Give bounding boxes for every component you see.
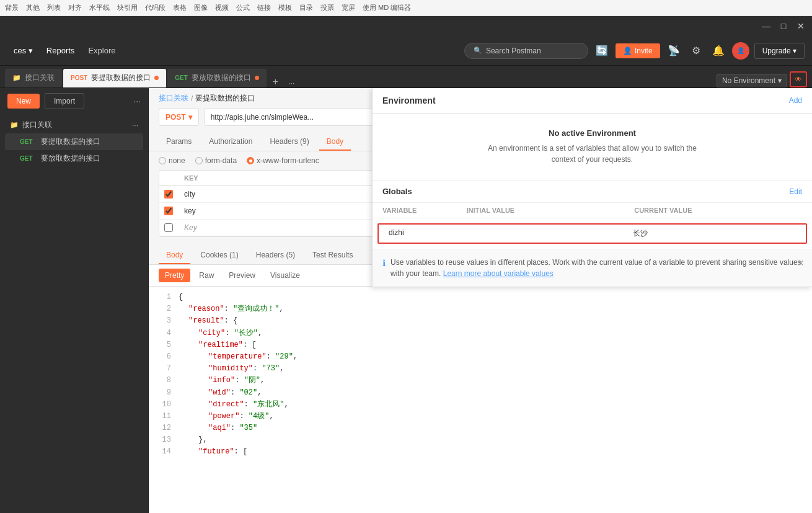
toolbar-item[interactable]: 图像 [194, 3, 208, 12]
toolbar-item[interactable]: 其他 [26, 3, 40, 12]
info-close-button[interactable]: ✕ [797, 257, 805, 270]
tab-unsaved-dot [154, 76, 159, 80]
folder-icon: 📁 [10, 121, 19, 129]
search-icon: 🔍 [474, 47, 482, 55]
env-add-link[interactable]: Add [789, 96, 802, 105]
toolbar-item[interactable]: 块引用 [117, 3, 138, 12]
toolbar-item[interactable]: 目录 [299, 3, 313, 12]
sidebar-request-item-1[interactable]: GET 要提取数据的接口 [5, 133, 143, 150]
maximize-button[interactable]: □ [777, 20, 790, 32]
json-line-12: 12 "aqi": "35" [159, 422, 802, 434]
bell-icon[interactable]: 🔔 [710, 42, 727, 60]
tab-authorization[interactable]: Authorization [201, 133, 260, 151]
environment-selector[interactable]: No Environment ▾ [717, 74, 787, 87]
sidebar-more-button[interactable]: ··· [133, 96, 141, 106]
response-tab-headers[interactable]: Headers (5) [249, 247, 302, 264]
search-bar[interactable]: 🔍 Search Postman [464, 43, 588, 59]
get-tab-label: 要放取数据的接口 [192, 73, 251, 83]
toolbar-item[interactable]: 投票 [320, 3, 334, 12]
postman-header: ces ▾ Reports Explore 🔍 Search Postman 🔄… [0, 36, 812, 66]
toolbar-item[interactable]: 水平线 [89, 3, 110, 12]
globals-col-variable: VARIABLE [382, 207, 466, 214]
toolbar-item[interactable]: 列表 [47, 3, 61, 12]
environment-panel: Environment Add No active Environment An… [372, 88, 812, 287]
collection-name: 接口关联 [22, 120, 52, 130]
subtab-visualize[interactable]: Visualize [264, 269, 306, 282]
toolbar-item[interactable]: 使用 MD 编辑器 [363, 3, 411, 12]
tab-body[interactable]: Body [319, 133, 351, 151]
json-line-5: 5 "realtime": [ [159, 339, 802, 351]
close-button[interactable]: ✕ [795, 20, 807, 32]
subtab-pretty[interactable]: Pretty [159, 269, 190, 282]
response-tab-test-results[interactable]: Test Results [305, 247, 360, 264]
subtab-preview[interactable]: Preview [223, 269, 262, 282]
tab-params[interactable]: Params [159, 133, 199, 151]
settings-icon[interactable]: ⚙ [687, 42, 705, 60]
globals-var-name: dizhi [389, 228, 470, 239]
kv-header-check [164, 174, 184, 182]
globals-col-initial: INITIAL VALUE [466, 207, 634, 214]
kv-checkbox-1[interactable] [164, 190, 173, 199]
collection-item[interactable]: 📁 接口关联 ··· [5, 117, 143, 133]
toolbar-item[interactable]: 表格 [173, 3, 187, 12]
toolbar-item[interactable]: 代码段 [145, 3, 165, 12]
breadcrumb-collection-link[interactable]: 接口关联 [159, 93, 188, 104]
nav-item-reports[interactable]: Reports [40, 43, 81, 58]
method-label-get-2: GET [20, 155, 37, 162]
response-tab-body[interactable]: Body [159, 247, 190, 264]
sync-icon[interactable]: 🔄 [593, 42, 611, 60]
globals-current-value: 长沙 [633, 228, 796, 239]
post-tab-label: 要提取数据的接口 [91, 73, 151, 83]
new-button[interactable]: New [7, 94, 40, 109]
tab-headers[interactable]: Headers (9) [262, 133, 316, 151]
toolbar-item[interactable]: 链接 [257, 3, 271, 12]
json-line-6: 6 "temperature": "29", [159, 351, 802, 363]
collection-tab[interactable]: 📁 接口关联 [5, 69, 62, 87]
radio-none[interactable]: none [159, 156, 185, 165]
avatar-icon[interactable]: 👤 [732, 42, 749, 60]
satellite-icon[interactable]: 📡 [665, 42, 682, 60]
upgrade-button[interactable]: Upgrade ▾ [754, 43, 805, 59]
json-line-14: 14 "future": [ [159, 446, 802, 458]
toolbar-item[interactable]: 公式 [236, 3, 250, 12]
toolbar-item[interactable]: 模板 [278, 3, 292, 12]
radio-form-data[interactable]: form-data [195, 156, 237, 165]
sidebar: New Import ··· 📁 接口关联 ··· GET 要提取数据的接口 G… [0, 88, 149, 513]
json-line-11: 11 "power": "4级", [159, 411, 802, 422]
post-tab[interactable]: POST 要提取数据的接口 [63, 69, 166, 87]
breadcrumb-separator: / [191, 94, 193, 103]
nav-item-explore[interactable]: Explore [82, 43, 121, 58]
radio-urlencoded[interactable]: x-www-form-urlenc [247, 156, 319, 165]
breadcrumb-current-page: 要提取数据的接口 [195, 93, 255, 104]
globals-header: Globals Edit [373, 181, 812, 202]
method-value: POST [165, 113, 186, 122]
globals-edit-link[interactable]: Edit [789, 187, 802, 196]
collection-actions-icon: ··· [132, 121, 138, 130]
json-line-13: 13 }, [159, 434, 802, 446]
info-text: Use variables to reuse values in differe… [391, 257, 802, 279]
toolbar-item[interactable]: 对齐 [68, 3, 82, 12]
response-tab-cookies[interactable]: Cookies (1) [193, 247, 245, 264]
nav-item-ces[interactable]: ces ▾ [7, 43, 39, 58]
minimize-button[interactable]: — [760, 20, 772, 32]
more-tabs-button[interactable]: ··· [283, 79, 299, 87]
toolbar-item[interactable]: 视频 [215, 3, 229, 12]
import-button[interactable]: Import [45, 93, 84, 109]
get-tab[interactable]: GET 要放取数据的接口 [167, 69, 267, 87]
post-method-label: POST [71, 74, 87, 81]
collection-tab-label: 接口关联 [25, 73, 55, 83]
info-link[interactable]: Learn more about variable values [443, 269, 554, 278]
sidebar-request-item-2[interactable]: GET 要放取数据的接口 [5, 150, 143, 167]
environment-eye-button[interactable]: 👁 [790, 71, 807, 87]
kv-checkbox-new[interactable] [164, 223, 173, 232]
invite-button[interactable]: 👤 Invite [616, 43, 660, 58]
kv-checkbox-2[interactable] [164, 207, 173, 215]
request-name-2: 要放取数据的接口 [41, 153, 100, 164]
toolbar-item[interactable]: 宽屏 [342, 3, 355, 12]
env-selector-label: No Environment [722, 76, 775, 85]
get-method-label: GET [175, 74, 188, 81]
add-tab-button[interactable]: + [268, 76, 283, 87]
method-select[interactable]: POST ▾ [159, 109, 199, 126]
toolbar-item[interactable]: 背景 [5, 3, 19, 12]
subtab-raw[interactable]: Raw [193, 269, 220, 282]
